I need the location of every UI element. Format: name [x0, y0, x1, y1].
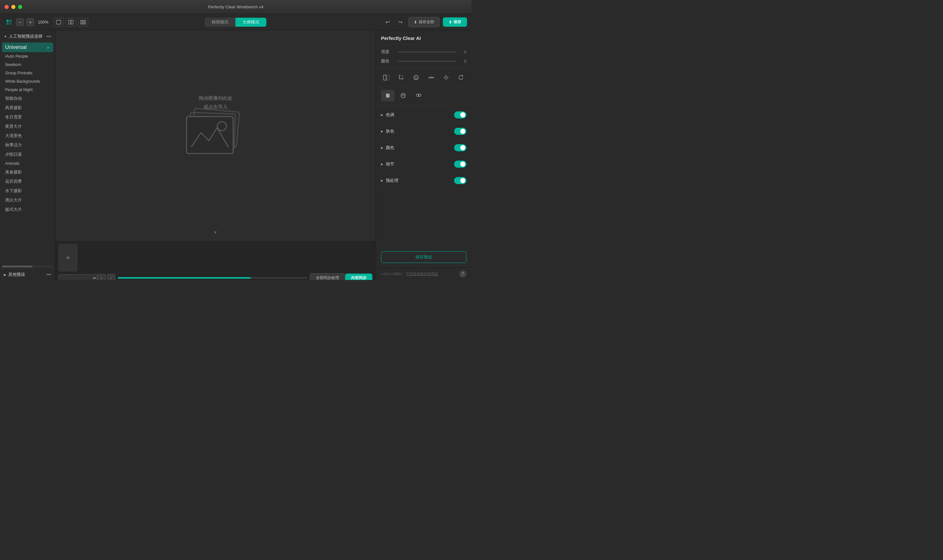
view-split-button[interactable] [66, 18, 76, 26]
help-button[interactable]: ? [459, 270, 466, 277]
zoom-in-button[interactable]: + [26, 18, 34, 26]
svg-point-18 [417, 77, 418, 77]
filmstrip-scrollbar[interactable] [118, 277, 307, 279]
section-skin-label: ▶ 肤色 [381, 128, 394, 134]
list-item[interactable]: Newborn [0, 60, 55, 69]
canvas-area[interactable]: 拖动图像到此处 或点击导入 ▼ [55, 30, 376, 280]
section-detail: ▶ 细节 [376, 156, 471, 172]
redo-button[interactable]: ↪ [396, 17, 405, 27]
list-item[interactable]: 版式大片 [0, 205, 55, 214]
sidebar-title-arrow-icon: ▼ [4, 35, 7, 38]
color-toggle[interactable] [454, 144, 466, 151]
section-preprocess: ▶ 预处理 [376, 172, 471, 189]
tab-effects[interactable] [412, 90, 425, 102]
svg-rect-15 [387, 75, 389, 80]
svg-rect-3 [9, 23, 12, 25]
list-item[interactable]: 水下摄影 [0, 186, 55, 196]
other-presets-label: 其他预设 [8, 272, 25, 277]
preprocess-toggle[interactable] [454, 177, 466, 184]
save-label: 保存 [453, 19, 461, 25]
open-app-manager-link[interactable]: 打开应用程序管理器 [406, 272, 438, 276]
list-item[interactable]: 秋季活力 [0, 141, 55, 150]
detail-toggle[interactable] [454, 161, 466, 168]
svg-rect-0 [6, 20, 9, 22]
list-item[interactable]: 冬日雪景 [0, 113, 55, 122]
list-item[interactable]: Group Portraits [0, 69, 55, 77]
svg-rect-9 [85, 20, 86, 24]
list-item[interactable]: 黑白大片 [0, 196, 55, 205]
svg-point-16 [414, 75, 418, 80]
face-icon-btn[interactable] [411, 72, 422, 83]
save-preset-button[interactable]: 保存预设 [381, 251, 466, 263]
filmstrip-select[interactable] [59, 274, 97, 280]
window-controls [5, 5, 22, 9]
section-skin: ▶ 肤色 [376, 123, 471, 140]
brightness-icon-btn[interactable] [441, 72, 451, 83]
app-logo-icon [6, 19, 12, 25]
masking-tab-icon [400, 93, 406, 98]
view-panel-icon-btn[interactable] [381, 72, 392, 83]
crop-icon-btn[interactable] [396, 72, 407, 83]
minimize-dot[interactable] [11, 5, 15, 9]
svg-point-34 [401, 93, 405, 98]
straighten-icon-btn[interactable] [426, 72, 437, 83]
filmstrip-next-button[interactable]: › [107, 274, 115, 280]
list-item[interactable]: 夜景大片 [0, 122, 55, 131]
list-item[interactable]: iAuto People [0, 52, 55, 60]
sync-all-button[interactable]: 全部同步处理 [310, 273, 345, 280]
left-sidebar: ▼ 人工智能预设选择 ••• Universal ▶ iAuto People … [0, 30, 55, 280]
view-triple-button[interactable] [78, 18, 88, 26]
section-tone: ▶ 色调 [376, 107, 471, 123]
svg-point-32 [388, 95, 389, 96]
simple-mode-button[interactable]: 精简模式 [205, 18, 236, 27]
list-item[interactable]: Animals [0, 159, 55, 168]
canvas-main[interactable]: 拖动图像到此处 或点击导入 ▼ [55, 30, 376, 242]
list-item[interactable]: People at Night [0, 86, 55, 94]
list-item[interactable]: 风景摄影 [0, 103, 55, 113]
tab-masking[interactable] [396, 90, 410, 102]
sidebar-menu-button[interactable]: ••• [46, 34, 51, 39]
chevron-down-icon: ▼ [213, 230, 218, 235]
maximize-dot[interactable] [18, 5, 22, 9]
skin-toggle[interactable] [454, 128, 466, 135]
filmstrip-prev-button[interactable]: ‹ [97, 274, 106, 280]
list-item[interactable]: 智能自动 [0, 94, 55, 103]
list-item[interactable]: 夕阳日落 [0, 150, 55, 159]
save-button[interactable]: ⬇ 保存 [443, 17, 467, 27]
list-item[interactable]: 美食摄影 [0, 168, 55, 177]
preset-item-selected[interactable]: Universal ▶ [2, 43, 53, 52]
view-single-button[interactable] [54, 18, 64, 26]
right-panel-header: Perfectly Clear AI [376, 30, 471, 45]
save-all-button[interactable]: ⬇ 保存全部 [408, 17, 440, 27]
selected-preset-label: Universal [5, 45, 27, 50]
logo-icon-btn[interactable] [5, 18, 14, 27]
color-slider[interactable] [398, 61, 456, 62]
panel-view-icon [383, 75, 390, 80]
undo-button[interactable]: ↩ [383, 17, 392, 27]
list-item[interactable]: 花开四季 [0, 177, 55, 186]
list-item[interactable]: White Backgrounds [0, 77, 55, 86]
view-buttons [54, 18, 88, 26]
triple-view-icon [80, 20, 86, 25]
section-color-arrow-icon: ▶ [381, 146, 383, 149]
tab-adjustments[interactable] [381, 90, 394, 102]
sidebar-scrollbar[interactable] [2, 266, 53, 268]
other-presets-menu-button[interactable]: ••• [46, 272, 51, 277]
zoom-out-button[interactable]: − [16, 18, 24, 26]
tone-toggle[interactable] [454, 111, 466, 118]
refresh-icon-btn[interactable] [455, 72, 466, 83]
forward-sync-button[interactable]: 向前同步 [345, 274, 372, 280]
brightness-icon [443, 75, 449, 80]
svg-rect-8 [82, 20, 84, 24]
add-frame-button[interactable]: + [59, 244, 77, 271]
close-dot[interactable] [5, 5, 9, 9]
svg-rect-5 [69, 20, 71, 24]
section-skin-arrow-icon: ▶ [381, 130, 383, 133]
svg-rect-4 [56, 20, 61, 24]
preset-list: Universal ▶ iAuto People Newborn Group P… [0, 42, 55, 264]
window-title: Perfectly Clear Workbench v4 [208, 5, 263, 9]
intensity-slider[interactable] [398, 51, 456, 52]
master-mode-button[interactable]: 大师模式 [236, 18, 267, 27]
toolbar-center: 精简模式 大师模式 [91, 18, 379, 27]
list-item[interactable]: 大漠景色 [0, 131, 55, 141]
